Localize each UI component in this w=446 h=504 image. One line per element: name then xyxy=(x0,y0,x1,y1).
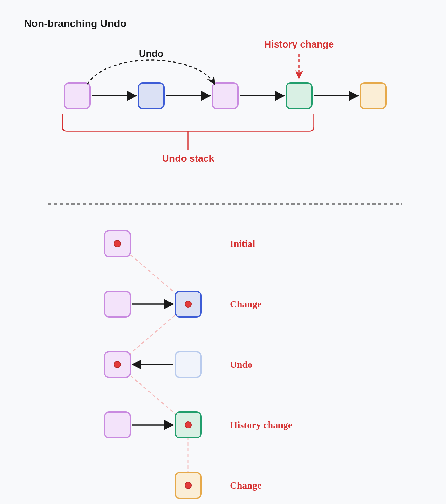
step-4-box-0 xyxy=(105,412,130,438)
step-1-dot xyxy=(114,240,121,247)
timeline-node-4 xyxy=(286,83,312,109)
step-sequence: InitialChangeUndoHistory changeChange xyxy=(105,231,292,498)
timeline-node-2 xyxy=(138,83,164,109)
step-5-label: Change xyxy=(230,480,261,491)
timeline-node-1 xyxy=(64,83,90,109)
step-3-box-1 xyxy=(175,352,201,377)
undo-stack-label: Undo stack xyxy=(162,153,214,164)
step-3-label: Undo xyxy=(230,359,252,370)
step-5-dot xyxy=(185,482,191,489)
history-change-label: History change xyxy=(264,39,334,50)
top-timeline xyxy=(64,83,386,109)
step-2-dot xyxy=(185,301,191,307)
step-2-box-0 xyxy=(105,291,130,317)
undo-stack-bracket xyxy=(62,114,314,131)
step-2-label: Change xyxy=(230,299,261,309)
undo-arc xyxy=(87,60,215,84)
timeline-node-5 xyxy=(360,83,386,109)
timeline-node-3 xyxy=(212,83,238,109)
diagram-svg: Undo History change Undo stack InitialCh… xyxy=(0,0,446,504)
step-3-dot xyxy=(114,361,121,368)
undo-label: Undo xyxy=(139,48,164,59)
step-1-label: Initial xyxy=(230,238,255,249)
step-4-dot xyxy=(185,422,191,428)
diagram-title: Non-branching Undo xyxy=(24,18,126,30)
step-4-label: History change xyxy=(230,419,292,430)
